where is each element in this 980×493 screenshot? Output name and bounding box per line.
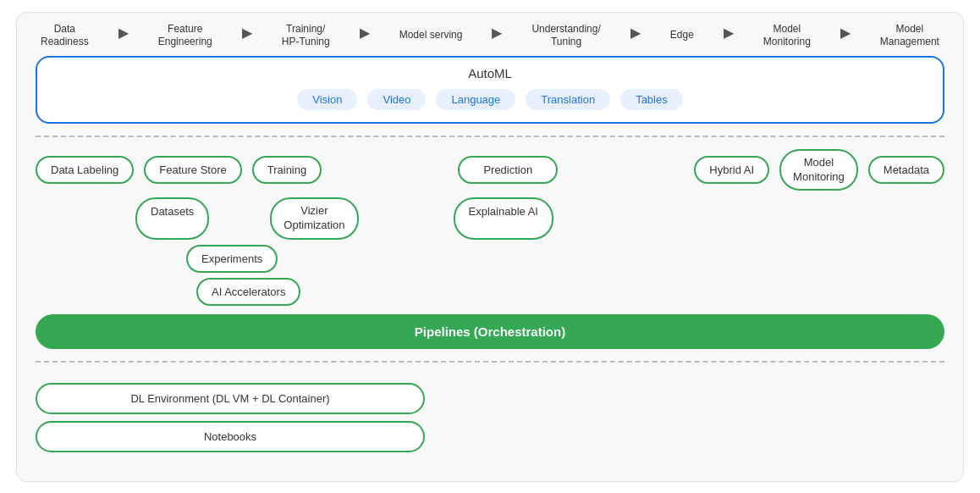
step-training: Training/ HP-Tuning xyxy=(282,23,330,49)
chip-translation: Translation xyxy=(526,89,610,110)
pipelines-bar: Pipelines (Orchestration) xyxy=(36,314,944,349)
arrow-6: ▶ xyxy=(724,25,734,47)
automl-chips: Vision Video Language Translation Tables xyxy=(51,89,929,110)
chip-language: Language xyxy=(436,89,515,110)
chip-tables: Tables xyxy=(620,89,683,110)
arrow-7: ▶ xyxy=(840,25,851,47)
node-ai-accelerators: AI Accelerators xyxy=(196,278,300,306)
pipeline-header: Data Readiness ▶ Feature Engineering ▶ T… xyxy=(17,13,963,49)
step-understanding: Understanding/ Tuning xyxy=(531,23,600,49)
arrow-5: ▶ xyxy=(630,25,641,47)
step-model-monitoring: Model Monitoring xyxy=(763,23,811,49)
node-dl-environment: DL Environment (DL VM + DL Container) xyxy=(36,383,425,414)
automl-title: AutoML xyxy=(51,66,929,80)
automl-section: AutoML Vision Video Language Translation… xyxy=(36,56,944,124)
node-training: Training xyxy=(252,156,322,184)
arrow-1: ▶ xyxy=(118,25,129,47)
dashed-separator-1 xyxy=(36,136,944,137)
main-nodes-row: Data Labeling Feature Store Training Pre… xyxy=(36,149,944,191)
node-feature-store: Feature Store xyxy=(144,156,242,184)
chip-video: Video xyxy=(367,89,426,110)
fourth-row: AI Accelerators xyxy=(36,278,944,306)
second-row: Datasets VizierOptimization Explainable … xyxy=(36,197,944,240)
node-vizier: VizierOptimization xyxy=(270,197,358,240)
step-model-management: Model Management xyxy=(880,23,939,49)
node-datasets: Datasets xyxy=(135,197,209,240)
dashed-separator-2 xyxy=(36,361,944,363)
node-experiments: Experiments xyxy=(186,245,278,273)
third-row: Experiments xyxy=(36,245,944,273)
arrow-3: ▶ xyxy=(360,25,370,47)
node-hybrid-ai: Hybrid AI xyxy=(694,156,769,184)
bottom-section: DL Environment (DL VM + DL Container) No… xyxy=(36,374,944,452)
node-prediction: Prediction xyxy=(458,156,558,184)
arrow-4: ▶ xyxy=(492,25,502,47)
node-model-monitoring: ModelMonitoring xyxy=(779,149,858,191)
step-data-readiness: Data Readiness xyxy=(41,23,89,49)
node-metadata: Metadata xyxy=(868,156,944,184)
diagram-container: Data Readiness ▶ Feature Engineering ▶ T… xyxy=(16,12,964,482)
chip-vision: Vision xyxy=(297,89,357,110)
step-edge: Edge xyxy=(670,29,694,42)
node-data-labeling: Data Labeling xyxy=(36,156,134,184)
arrow-2: ▶ xyxy=(242,25,252,47)
node-explainable-ai: Explainable AI xyxy=(454,197,553,240)
step-model-serving: Model serving xyxy=(399,29,463,42)
nodes-section: Data Labeling Feature Store Training Pre… xyxy=(17,149,963,307)
step-feature-engineering: Feature Engineering xyxy=(158,23,212,49)
node-notebooks: Notebooks xyxy=(36,421,425,452)
